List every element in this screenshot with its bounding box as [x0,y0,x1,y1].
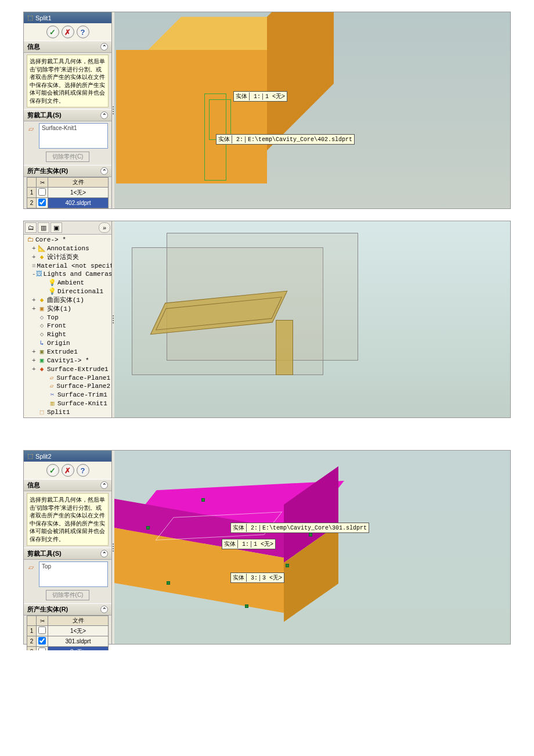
tree-item[interactable]: -🖼Lights and Cameras [25,270,110,279]
viewport[interactable]: 实体 1: 1 <无> 实体 2: E:\temp\Cavity_Core\40… [114,12,510,208]
tree-item-icon: ◇ [38,322,46,330]
viewport[interactable]: 实体 1: 1 <无> 实体 2: E:\temp\Cavity_Core\30… [114,451,510,644]
feature-title: Split2 [24,451,111,462]
tree-item-label: Surface-Extrude1 [47,365,109,374]
tree-tabs[interactable]: 🗂 ▥ ▣ » [24,221,111,235]
body-callout-1[interactable]: 实体 1: 1 <无> [233,91,287,102]
tree-item[interactable]: ▱Surface-Plane1 [25,374,110,383]
resulting-bodies-header[interactable]: 所产生实体(R) ⌃ [24,603,111,615]
split-icon [27,14,33,21]
tree-item[interactable]: +◆Surface-Extrude1 [25,365,110,374]
tree-item[interactable]: 💡Directional1 [25,287,110,296]
expand-icon[interactable]: + [32,348,38,357]
table-row[interactable]: 3 3<无> [27,647,109,651]
tree-item-icon: ◆ [38,253,46,262]
trim-tool-list[interactable]: Top [39,561,108,587]
expand-icon[interactable]: + [32,244,38,253]
tree-item[interactable]: ▱Surface-Plane2 [25,382,110,391]
collapse-icon[interactable]: ⌃ [100,550,108,557]
body-callout-2[interactable]: 实体 2: E:\temp\Cavity_Core\402.sldprt [216,134,355,145]
tree-item-label: Extrude1 [47,348,78,357]
core-pillar [276,320,293,375]
row-checkbox[interactable] [38,627,46,634]
tab-config[interactable]: ▥ [38,222,49,233]
selection-handle[interactable] [201,498,205,502]
tree-item[interactable]: 💡Ambient [25,279,110,287]
table-row[interactable]: 2 301.sldprt [27,636,109,647]
col-cut: ✂ [37,178,48,188]
tree-item-icon: ↳ [38,339,46,348]
row-checkbox[interactable] [38,647,46,650]
body-callout-3[interactable]: 实体 3: 3 <无> [230,573,284,583]
tree-item[interactable]: ↳Origin [25,339,110,348]
table-row[interactable]: 1 1<无> [27,626,109,636]
tree-item-icon: ◆ [38,296,46,305]
bodies-table[interactable]: ✂ 文件 1 1<无> 2 301.sldprt 3 3<无> [27,615,109,650]
tree-item[interactable]: +▣Cavity1-> * [25,357,110,365]
body-callout-2[interactable]: 实体 2: E:\temp\Cavity_Core\301.sldprt [230,523,369,533]
tree-item[interactable]: ◇Front [25,322,110,330]
collapse-icon[interactable]: ⌃ [100,167,108,175]
block-side-face [267,12,334,150]
viewport[interactable] [114,221,510,417]
table-row[interactable]: 1 1<无> [27,188,109,198]
row-checkbox[interactable] [38,199,46,206]
row-checkbox[interactable] [38,188,46,196]
tab-expand[interactable]: » [99,222,110,233]
tab-feature-tree[interactable]: 🗂 [25,222,37,233]
selection-handle[interactable] [146,526,150,530]
bodies-table[interactable]: ✂ 文件 1 1<无> 2 402.sldprt [27,177,109,208]
tree-root[interactable]: 🗀 Core-> * [25,236,110,244]
tree-item[interactable]: +▣实体(1) [25,305,110,314]
tree-item[interactable]: +◆设计活页夹 [25,253,110,262]
collapse-icon[interactable]: ⌃ [100,43,108,51]
cut-part-button[interactable]: 切除零件(C) [46,590,90,600]
tree-item[interactable]: ◇Top [25,314,110,322]
trim-tool-list[interactable]: Surface-Knit1 [39,123,108,149]
cancel-button[interactable]: ✗ [62,464,74,477]
selection-handle[interactable] [286,564,289,567]
expand-icon[interactable]: + [32,357,38,365]
tree-item[interactable]: ✂Surface-Trim1 [25,391,110,399]
tree-item-label: 设计活页夹 [47,253,79,262]
expand-icon[interactable]: - [32,270,36,279]
expand-icon[interactable]: + [32,253,38,262]
feature-tree[interactable]: 🗀 Core-> * +📐Annotations+◆设计活页夹≡Material… [24,235,111,417]
tree-item[interactable]: ⬚Split1 [25,408,110,417]
tree-item[interactable]: ≡Material <not specifi [25,262,110,271]
tree-item[interactable]: +▣Extrude1 [25,348,110,357]
tree-item[interactable]: ▥Surface-Knit1 [25,399,110,408]
cancel-button[interactable]: ✗ [62,26,74,38]
collapse-icon[interactable]: ⌃ [100,111,108,119]
cut-part-button[interactable]: 切除零件(C) [46,152,90,162]
help-button[interactable]: ? [77,26,89,38]
body-callout-1[interactable]: 实体 1: 1 <无> [222,539,276,549]
tree-item-label: Surface-Plane2 [57,382,110,391]
expand-icon[interactable]: + [32,365,38,374]
tree-item-icon: ▱ [48,374,55,383]
selection-handle[interactable] [245,604,248,608]
table-row[interactable]: 2 402.sldprt [27,198,109,208]
resulting-bodies-header[interactable]: 所产生实体(R) ⌃ [24,165,111,177]
collapse-icon[interactable]: ⌃ [100,481,108,489]
tree-item[interactable]: +◆曲面实体(1) [25,296,110,305]
selection-handle[interactable] [167,581,170,585]
tab-display[interactable]: ▣ [50,222,62,233]
col-cut: ✂ [37,616,48,626]
help-button[interactable]: ? [77,464,89,477]
tree-item-icon: ◇ [38,314,46,322]
tree-item-label: 实体(1) [47,305,71,314]
row-checkbox[interactable] [38,637,46,645]
selection-handle[interactable] [309,533,312,537]
ok-button[interactable]: ✓ [46,26,59,38]
info-header[interactable]: 信息 ⌃ [24,41,111,53]
tree-item[interactable]: ◇Right [25,330,110,339]
trim-tools-header[interactable]: 剪裁工具(S) ⌃ [24,109,111,121]
trim-tools-header[interactable]: 剪裁工具(S) ⌃ [24,548,111,560]
expand-icon[interactable]: + [32,305,38,314]
ok-button[interactable]: ✓ [46,464,59,477]
expand-icon[interactable]: + [32,296,38,305]
tree-item[interactable]: +📐Annotations [25,244,110,253]
info-header[interactable]: 信息 ⌃ [24,479,111,491]
collapse-icon[interactable]: ⌃ [100,606,108,613]
